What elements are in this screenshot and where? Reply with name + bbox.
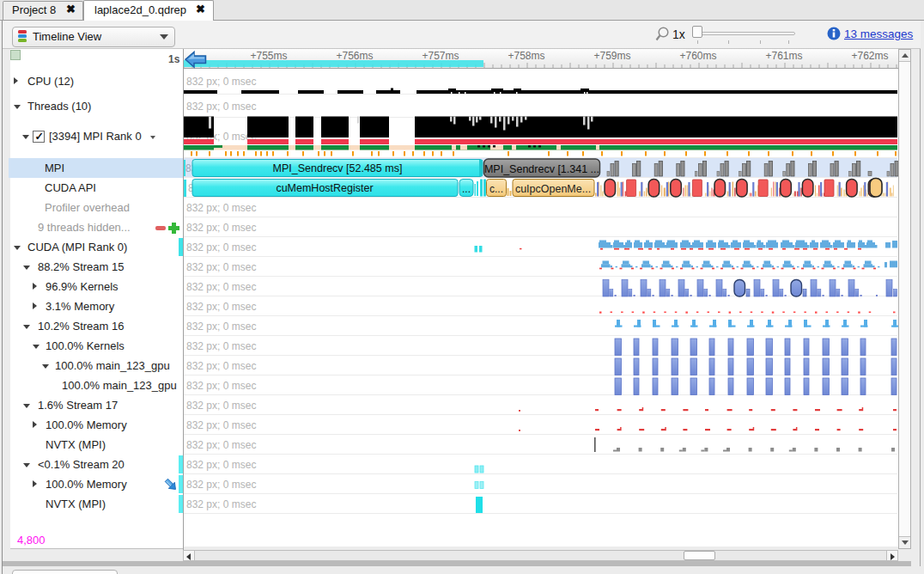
svg-text:+757ms: +757ms xyxy=(422,50,459,62)
svg-text:cuMemHostRegister: cuMemHostRegister xyxy=(276,182,373,194)
svg-text:+755ms: +755ms xyxy=(250,50,287,62)
svg-text:832 px; 0 msec: 832 px; 0 msec xyxy=(186,498,256,510)
svg-text:832 px; 0 msec: 832 px; 0 msec xyxy=(186,301,256,313)
svg-text:832 px; 0 msec: 832 px; 0 msec xyxy=(186,340,256,352)
svg-text:832 px; 0 msec: 832 px; 0 msec xyxy=(186,241,256,253)
svg-text:cuIpcOpenMe...: cuIpcOpenMe... xyxy=(515,183,591,195)
svg-text:MPI_Sendrecv [52.485 ms]: MPI_Sendrecv [52.485 ms] xyxy=(273,162,403,174)
svg-text:832 px; 0 msec: 832 px; 0 msec xyxy=(186,400,256,412)
svg-text:832 px; 0 msec: 832 px; 0 msec xyxy=(186,76,256,88)
svg-text:+758ms: +758ms xyxy=(508,50,544,62)
svg-text:832 px; 0 msec: 832 px; 0 msec xyxy=(186,459,256,471)
svg-text:832 px; 0 msec: 832 px; 0 msec xyxy=(186,360,256,372)
svg-text:832 px; 0 msec: 832 px; 0 msec xyxy=(186,479,256,491)
svg-text:832 px; 0 msec: 832 px; 0 msec xyxy=(186,101,256,113)
svg-text:c...: c... xyxy=(489,183,503,195)
svg-text:832 px; 0 msec: 832 px; 0 msec xyxy=(186,222,256,234)
svg-text:832 px; 0 msec: 832 px; 0 msec xyxy=(186,380,256,392)
svg-text:832 px; 0 msec: 832 px; 0 msec xyxy=(186,321,256,333)
svg-text:832 px; 0 msec: 832 px; 0 msec xyxy=(186,439,256,451)
svg-text:832 px; 0 msec: 832 px; 0 msec xyxy=(186,419,256,431)
svg-text:+759ms: +759ms xyxy=(593,50,630,62)
svg-text:...: ... xyxy=(462,183,471,195)
svg-text:+760ms: +760ms xyxy=(679,50,716,62)
svg-text:832 px; 0 msec: 832 px; 0 msec xyxy=(186,281,256,293)
svg-text:832 px; 0 msec: 832 px; 0 msec xyxy=(186,202,256,214)
svg-text:832 px; 0 msec: 832 px; 0 msec xyxy=(186,261,256,273)
svg-text:+762ms: +762ms xyxy=(851,50,888,62)
svg-text:+761ms: +761ms xyxy=(765,50,802,62)
svg-text:MPI_Sendrecv [1.341 ...: MPI_Sendrecv [1.341 ... xyxy=(484,163,599,175)
svg-text:+756ms: +756ms xyxy=(336,50,373,62)
